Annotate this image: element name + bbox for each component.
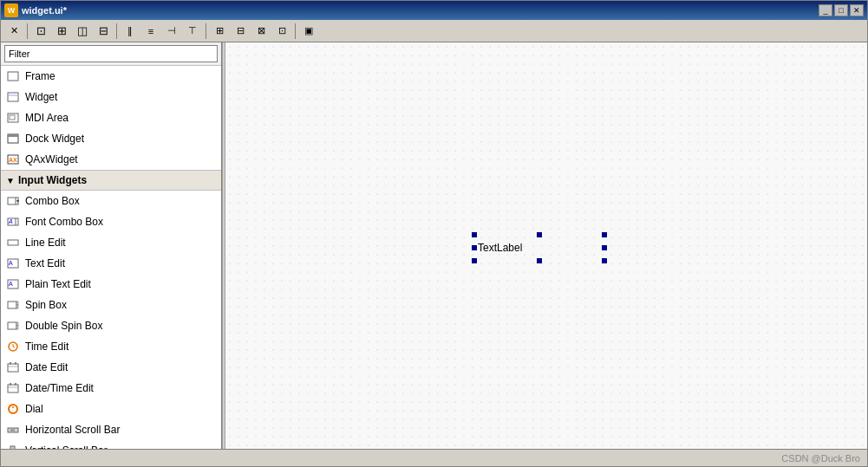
timeedit-label: Time Edit bbox=[25, 341, 69, 353]
sidebar-item-dock[interactable]: Dock Widget bbox=[1, 128, 221, 149]
main-area: Frame Widget MDI Area bbox=[1, 42, 867, 449]
svg-rect-25 bbox=[16, 326, 18, 329]
handle-ml[interactable] bbox=[472, 245, 477, 250]
dial-icon bbox=[6, 402, 20, 416]
svg-text:▾: ▾ bbox=[16, 198, 19, 204]
sidebar-item-textedit[interactable]: A Text Edit bbox=[1, 253, 221, 274]
svg-text:AX: AX bbox=[9, 157, 17, 163]
sidebar-item-fontcombobox[interactable]: A Font Combo Box bbox=[1, 211, 221, 232]
toolbar-btn-4[interactable]: ⊟ bbox=[94, 22, 113, 41]
sidebar-item-datetimeedit[interactable]: Date/Time Edit bbox=[1, 378, 221, 399]
sidebar-item-qax[interactable]: AX QAxWidget bbox=[1, 149, 221, 170]
toolbar-btn-2[interactable]: ⊞ bbox=[52, 22, 71, 41]
sidebar-item-dial[interactable]: Dial bbox=[1, 399, 221, 419]
svg-rect-35 bbox=[10, 383, 11, 386]
hscrollbar-icon bbox=[6, 423, 20, 437]
svg-rect-23 bbox=[8, 322, 16, 329]
toolbar-sep-4 bbox=[295, 23, 296, 39]
toolbar: ✕ ⊡ ⊞ ◫ ⊟ ‖ ≡ ⊣ ⊤ ⊞ ⊟ ⊠ ⊡ ▣ bbox=[1, 20, 867, 42]
widget-icon bbox=[6, 90, 20, 104]
svg-rect-15 bbox=[8, 240, 18, 245]
svg-rect-40 bbox=[10, 428, 15, 432]
toolbar-sep-2 bbox=[116, 23, 117, 39]
handle-br[interactable] bbox=[602, 258, 607, 263]
handle-tr[interactable] bbox=[602, 232, 607, 237]
dock-icon bbox=[6, 132, 20, 146]
plaintextedit-label: Plain Text Edit bbox=[25, 278, 91, 290]
plaintextedit-icon: A bbox=[6, 277, 20, 291]
spinbox-label: Spin Box bbox=[25, 299, 67, 311]
svg-rect-20 bbox=[8, 302, 16, 308]
title-bar: W widget.ui* _ □ ✕ bbox=[1, 1, 867, 20]
sidebar-item-timeedit[interactable]: Time Edit bbox=[1, 336, 221, 357]
toolbar-btn-1[interactable]: ⊡ bbox=[31, 22, 50, 41]
sidebar-item-dateedit[interactable]: Date Edit bbox=[1, 357, 221, 378]
sidebar-item-mdi[interactable]: MDI Area bbox=[1, 107, 221, 128]
app-icon: W bbox=[4, 3, 18, 17]
toolbar-btn-7[interactable]: ⊣ bbox=[162, 22, 181, 41]
toolbar-btn-8[interactable]: ⊤ bbox=[183, 22, 202, 41]
toolbar-btn-5[interactable]: ‖ bbox=[121, 22, 140, 41]
svg-rect-31 bbox=[10, 362, 11, 365]
collapse-arrow: ▼ bbox=[6, 176, 15, 185]
datetimeedit-icon bbox=[6, 381, 20, 395]
mdi-label: MDI Area bbox=[25, 112, 69, 124]
watermark-text: CSDN @Duck Bro bbox=[781, 453, 860, 464]
sidebar-item-hscrollbar[interactable]: Horizontal Scroll Bar bbox=[1, 419, 221, 440]
filter-input[interactable] bbox=[4, 45, 218, 62]
toolbar-btn-13[interactable]: ▣ bbox=[299, 22, 318, 41]
toolbar-btn-6[interactable]: ≡ bbox=[141, 22, 160, 41]
svg-rect-1 bbox=[8, 93, 18, 101]
svg-rect-6 bbox=[8, 134, 18, 137]
handle-tc[interactable] bbox=[537, 232, 542, 237]
svg-point-37 bbox=[9, 405, 17, 413]
mdi-icon bbox=[6, 111, 20, 125]
close-button[interactable]: ✕ bbox=[850, 4, 864, 16]
doublespinbox-label: Double Spin Box bbox=[25, 320, 102, 332]
handle-bl[interactable] bbox=[472, 258, 477, 263]
sidebar-item-frame[interactable]: Frame bbox=[1, 66, 221, 87]
maximize-button[interactable]: □ bbox=[834, 4, 848, 16]
svg-rect-29 bbox=[8, 364, 18, 372]
input-widgets-label: Input Widgets bbox=[18, 174, 87, 186]
handle-tl[interactable] bbox=[472, 232, 477, 237]
minimize-button[interactable]: _ bbox=[819, 4, 832, 16]
dock-label: Dock Widget bbox=[25, 133, 84, 145]
svg-text:A: A bbox=[9, 260, 13, 266]
filter-bar bbox=[1, 42, 221, 66]
sidebar-item-combobox[interactable]: ▾ Combo Box bbox=[1, 191, 221, 211]
combobox-icon: ▾ bbox=[6, 194, 20, 208]
handle-bc[interactable] bbox=[537, 258, 542, 263]
toolbar-close-btn[interactable]: ✕ bbox=[4, 22, 23, 41]
canvas-area[interactable]: TextLabel bbox=[225, 42, 867, 449]
sidebar-item-vscrollbar[interactable]: Vertical Scroll Bar bbox=[1, 440, 221, 449]
sidebar-item-spinbox[interactable]: Spin Box bbox=[1, 295, 221, 315]
toolbar-btn-12[interactable]: ⊡ bbox=[272, 22, 291, 41]
svg-rect-24 bbox=[16, 322, 18, 326]
toolbar-btn-3[interactable]: ◫ bbox=[73, 22, 92, 41]
qax-icon: AX bbox=[6, 152, 20, 166]
handle-mr[interactable] bbox=[602, 245, 607, 250]
svg-point-38 bbox=[12, 406, 14, 408]
toolbar-btn-10[interactable]: ⊟ bbox=[231, 22, 250, 41]
text-label-widget[interactable]: TextLabel bbox=[474, 235, 604, 261]
svg-rect-32 bbox=[15, 362, 16, 365]
sidebar-item-widget[interactable]: Widget bbox=[1, 87, 221, 107]
sidebar-item-doublespinbox[interactable]: Double Spin Box bbox=[1, 315, 221, 336]
timeedit-icon bbox=[6, 340, 20, 353]
toolbar-btn-9[interactable]: ⊞ bbox=[210, 22, 229, 41]
svg-rect-22 bbox=[16, 305, 18, 308]
qax-label: QAxWidget bbox=[25, 153, 78, 165]
input-widgets-header[interactable]: ▼ Input Widgets bbox=[1, 170, 221, 191]
title-bar-controls: _ □ ✕ bbox=[819, 4, 864, 16]
fontcombobox-icon: A bbox=[6, 215, 20, 229]
svg-rect-21 bbox=[16, 302, 18, 305]
status-bar: CSDN @Duck Bro bbox=[1, 449, 867, 466]
toolbar-btn-11[interactable]: ⊠ bbox=[251, 22, 271, 41]
spinbox-icon bbox=[6, 298, 20, 312]
sidebar-item-lineedit[interactable]: Line Edit bbox=[1, 232, 221, 253]
sidebar-item-plaintextedit[interactable]: A Plain Text Edit bbox=[1, 274, 221, 295]
textedit-icon: A bbox=[6, 256, 20, 270]
textedit-label: Text Edit bbox=[25, 257, 65, 269]
svg-rect-33 bbox=[8, 385, 18, 392]
